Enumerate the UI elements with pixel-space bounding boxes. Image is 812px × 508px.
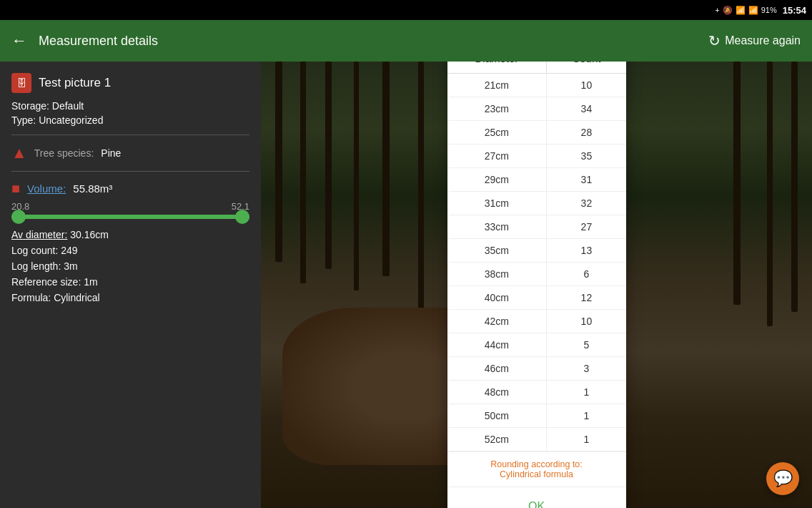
av-diameter-label[interactable]: Av diameter: — [11, 229, 67, 240]
table-row: 31cm32 — [447, 192, 626, 215]
table-row: 21cm10 — [447, 74, 626, 97]
diameter-cell: 27cm — [447, 145, 547, 168]
diameter-cell: 35cm — [447, 239, 547, 263]
count-cell: 35 — [547, 145, 626, 168]
count-cell: 28 — [547, 121, 626, 145]
table-row: 44cm5 — [447, 333, 626, 357]
table-row: 46cm3 — [447, 357, 626, 381]
count-cell: 13 — [547, 239, 626, 263]
diameter-count-modal: Diameter Count 21cm1023cm3425cm2827cm352… — [447, 62, 626, 508]
count-cell: 27 — [547, 215, 626, 239]
table-row: 27cm35 — [447, 145, 626, 168]
col-diameter-header: Diameter — [447, 62, 547, 74]
divider-2 — [11, 171, 249, 172]
count-cell: 10 — [547, 310, 626, 333]
count-cell: 12 — [547, 286, 626, 310]
left-panel: 🗄 Test picture 1 Storage: Default Type: … — [0, 62, 261, 508]
modal-footer-note: Rounding according to:Cylindrical formul… — [447, 451, 626, 487]
slider-fill — [11, 215, 249, 219]
wifi-icon: 📶 — [736, 6, 746, 15]
tree-species-row: ▲ Tree species: Pine — [11, 144, 249, 162]
diameter-cell: 46cm — [447, 357, 547, 381]
log-length-row: Log length: 3m — [11, 260, 249, 272]
volume-value: 55.88m³ — [73, 182, 112, 195]
diameter-cell: 31cm — [447, 192, 547, 215]
diameter-cell: 21cm — [447, 74, 547, 97]
table-row: 23cm34 — [447, 97, 626, 121]
count-cell: 5 — [547, 333, 626, 357]
count-cell: 34 — [547, 97, 626, 121]
type-meta: Type: Uncategorized — [11, 114, 249, 126]
chat-bubble-button[interactable]: 💬 — [766, 462, 799, 495]
count-cell: 1 — [547, 381, 626, 404]
volume-link[interactable]: Volume: — [27, 182, 66, 195]
page-title: Measurement details — [39, 34, 708, 49]
table-row: 29cm31 — [447, 168, 626, 192]
diameter-table: Diameter Count 21cm1023cm3425cm2827cm352… — [447, 62, 626, 451]
count-cell: 1 — [547, 404, 626, 428]
count-cell: 1 — [547, 428, 626, 451]
table-row: 35cm13 — [447, 239, 626, 263]
diameter-cell: 48cm — [447, 381, 547, 404]
diameter-cell: 42cm — [447, 310, 547, 333]
status-icons: +︎ 🔕 📶 📶 91% 15:54 — [715, 5, 806, 16]
table-row: 52cm1 — [447, 428, 626, 451]
log-count-row: Log count: 249 — [11, 245, 249, 256]
battery-level: 91% — [761, 6, 777, 14]
modal-overlay: Diameter Count 21cm1023cm3425cm2827cm352… — [261, 62, 812, 508]
cube-icon: ■ — [11, 180, 20, 197]
diameter-cell: 25cm — [447, 121, 547, 145]
table-row: 25cm28 — [447, 121, 626, 145]
item-title: Test picture 1 — [39, 76, 111, 90]
storage-meta: Storage: Default — [11, 100, 249, 112]
measure-again-button[interactable]: ↻ Measure again — [708, 32, 801, 49]
refresh-icon: ↻ — [708, 32, 721, 49]
table-row: 40cm12 — [447, 286, 626, 310]
modal-ok-row: OK — [447, 487, 626, 508]
diameter-cell: 23cm — [447, 97, 547, 121]
av-diameter-row: Av diameter: 30.16cm — [11, 229, 249, 240]
ok-button[interactable]: OK — [511, 497, 562, 508]
diameter-cell: 38cm — [447, 263, 547, 286]
count-cell: 31 — [547, 168, 626, 192]
tree-icon: ▲ — [11, 144, 27, 162]
clock: 15:54 — [783, 5, 806, 16]
main-content: 🗄 Test picture 1 Storage: Default Type: … — [0, 62, 812, 508]
table-row: 38cm6 — [447, 263, 626, 286]
slider-track[interactable] — [11, 215, 249, 219]
status-bar: +︎ 🔕 📶 📶 91% 15:54 — [0, 0, 812, 20]
signal-icon: 📶 — [748, 6, 758, 15]
item-header: 🗄 Test picture 1 — [11, 73, 249, 93]
table-row: 50cm1 — [447, 404, 626, 428]
diameter-cell: 44cm — [447, 333, 547, 357]
count-cell: 6 — [547, 263, 626, 286]
volume-row: ■ Volume: 55.88m³ — [11, 180, 249, 197]
ref-size-row: Reference size: 1m — [11, 276, 249, 288]
diameter-cell: 29cm — [447, 168, 547, 192]
diameter-cell: 33cm — [447, 215, 547, 239]
chat-icon: 💬 — [773, 469, 793, 488]
mute-icon: 🔕 — [723, 6, 733, 15]
formula-row: Formula: Cylindrical — [11, 292, 249, 303]
table-row: 33cm27 — [447, 215, 626, 239]
table-row: 42cm10 — [447, 310, 626, 333]
diameter-cell: 52cm — [447, 428, 547, 451]
slider-thumb-left[interactable] — [11, 210, 26, 224]
count-cell: 3 — [547, 357, 626, 381]
divider-1 — [11, 135, 249, 135]
table-row: 48cm1 — [447, 381, 626, 404]
av-diameter-value: 30.16cm — [70, 229, 109, 240]
count-cell: 10 — [547, 74, 626, 97]
storage-icon: 🗄 — [11, 73, 31, 93]
col-count-header: Count — [547, 62, 626, 74]
bluetooth-icon: +︎ — [715, 6, 719, 14]
right-panel: Diameter Count 21cm1023cm3425cm2827cm352… — [261, 62, 812, 508]
slider-thumb-right[interactable] — [235, 210, 249, 224]
tree-species-value: Pine — [101, 147, 121, 159]
measure-again-label: Measure again — [725, 34, 801, 47]
top-bar: ← Measurement details ↻ Measure again — [0, 20, 812, 62]
back-button[interactable]: ← — [11, 31, 27, 50]
slider-range: 20.8 52.1 — [11, 201, 249, 212]
diameter-cell: 50cm — [447, 404, 547, 428]
tree-species-label: Tree species: — [34, 147, 94, 159]
